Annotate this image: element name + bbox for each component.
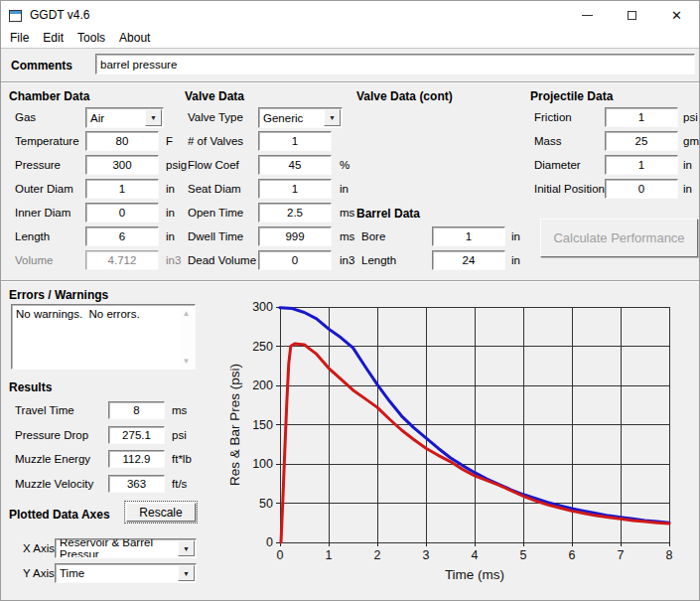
minimize-icon[interactable] [565, 1, 610, 29]
comments-label: Comments [11, 59, 72, 73]
svg-text:8: 8 [666, 548, 673, 562]
menu-tools[interactable]: Tools [70, 29, 112, 48]
friction-unit: psi [683, 111, 698, 123]
close-icon[interactable]: ✕ [654, 1, 699, 29]
flow-coef-input[interactable]: 45 [258, 155, 332, 175]
open-time-input[interactable]: 2.5 [258, 203, 332, 223]
menu-edit[interactable]: Edit [36, 29, 70, 48]
y-axis-label: Y Axis [23, 567, 55, 579]
temperature-unit: F [166, 135, 173, 147]
svg-text:5: 5 [520, 548, 527, 562]
dead-volume-value: 0 [259, 251, 331, 269]
length-value: 24 [433, 251, 504, 269]
muzzle-velocity-label: Muzzle Velocity [15, 478, 93, 490]
svg-text:0: 0 [266, 535, 273, 549]
inner-diam-value: 0 [86, 204, 158, 222]
svg-text:6: 6 [569, 548, 576, 562]
dead-volume-input[interactable]: 0 [258, 250, 332, 270]
dwell-time-unit: ms [340, 230, 354, 242]
muzzle-energy-input[interactable]: 112.9 [108, 450, 165, 468]
rescale-button[interactable]: Rescale [124, 501, 198, 524]
seat-diam-input[interactable]: 1 [258, 179, 332, 199]
dwell-time-input[interactable]: 999 [258, 226, 332, 246]
muzzle-velocity-input[interactable]: 363 [108, 475, 165, 493]
dwell-time-value: 999 [259, 227, 331, 245]
form-icon [9, 9, 23, 22]
open-time-unit: ms [340, 207, 354, 219]
chevron-down-icon[interactable]: ▼ [178, 565, 195, 581]
temperature-input[interactable]: 80 [85, 131, 159, 151]
svg-text:2: 2 [374, 548, 381, 562]
bore-input[interactable]: 1 [432, 226, 505, 246]
pressure-drop-label: Pressure Drop [15, 429, 88, 441]
svg-text:Res & Bar Pres (psi): Res & Bar Pres (psi) [227, 364, 242, 486]
chevron-down-icon[interactable]: ▼ [324, 109, 341, 126]
of-valves-input[interactable]: 1 [258, 131, 332, 151]
bore-label: Bore [361, 230, 385, 242]
inner-diam-input[interactable]: 0 [85, 203, 159, 223]
valve-data-cont-header: Valve Data (cont) [356, 89, 453, 103]
pressure-input[interactable]: 300 [85, 155, 159, 175]
scroll-up-icon[interactable]: ▲ [179, 306, 194, 320]
dwell-time-label: Dwell Time [188, 230, 243, 242]
length-unit: in [511, 254, 520, 266]
pressure-drop-input[interactable]: 275.1 [108, 426, 165, 444]
comments-input[interactable]: barrel pressure [95, 54, 695, 75]
diameter-label: Diameter [534, 159, 581, 171]
svg-text:300: 300 [252, 300, 273, 314]
calculate-performance-button[interactable]: Calculate Performance [540, 219, 698, 257]
gas-combo[interactable]: Air▼ [85, 107, 164, 128]
open-time-value: 2.5 [259, 204, 331, 222]
travel-time-input[interactable]: 8 [108, 401, 165, 419]
length-label: Length [15, 230, 50, 242]
inner-diam-unit: in [166, 207, 175, 219]
gas-label: Gas [15, 111, 36, 123]
outer-diam-input[interactable]: 1 [85, 179, 159, 199]
x-axis-combo[interactable]: Reservoir & Barrel Pressur ▼ [55, 538, 197, 558]
errors-scrollbar[interactable]: ▲ ▼ [179, 306, 194, 368]
volume-input[interactable]: 4.712 [85, 250, 159, 270]
pressure-drop-value: 275.1 [109, 427, 164, 443]
plotted-data-axes-header: Plotted Data Axes [9, 508, 110, 522]
initial-position-value: 0 [606, 180, 677, 198]
menu-file[interactable]: File [10, 29, 36, 48]
mass-input[interactable]: 25 [605, 131, 678, 151]
y-axis-combo[interactable]: Time ▼ [55, 563, 197, 583]
friction-value: 1 [606, 108, 677, 126]
errors-warnings-box[interactable]: No warnings. No errors. ▲ ▼ [11, 304, 196, 370]
seat-diam-unit: in [340, 183, 349, 195]
svg-text:200: 200 [252, 378, 273, 392]
friction-label: Friction [534, 111, 572, 123]
svg-text:1: 1 [326, 548, 333, 562]
window-title: GGDT v4.6 [30, 8, 89, 22]
muzzle-velocity-unit: ft/s [172, 478, 187, 490]
scroll-down-icon[interactable]: ▼ [179, 354, 194, 368]
pressure-time-chart: 012345678050100150200250300Time (ms)Res … [227, 287, 700, 601]
length-input[interactable]: 24 [432, 250, 505, 270]
initial-position-input[interactable]: 0 [605, 179, 678, 199]
chamber-data-header: Chamber Data [9, 89, 89, 103]
volume-unit: in3 [166, 254, 181, 266]
open-time-label: Open Time [188, 207, 243, 219]
friction-input[interactable]: 1 [605, 107, 678, 127]
mass-label: Mass [534, 135, 561, 147]
valve-type-label: Valve Type [188, 111, 243, 123]
titlebar: GGDT v4.6 ✕ [1, 1, 699, 29]
menu-about[interactable]: About [112, 29, 157, 48]
mass-value: 25 [606, 132, 677, 150]
length-input[interactable]: 6 [85, 226, 159, 246]
initial-position-label: Initial Position [534, 183, 605, 195]
maximize-icon[interactable] [610, 1, 654, 29]
flow-coef-unit: % [340, 159, 350, 171]
app-window: GGDT v4.6 ✕ File Edit Tools About Commen… [0, 0, 700, 601]
muzzle-energy-unit: ft*lb [172, 453, 192, 465]
pressure-unit: psig [166, 159, 187, 171]
valve-data-header: Valve Data [185, 89, 244, 103]
chevron-down-icon[interactable]: ▼ [178, 540, 195, 556]
diameter-input[interactable]: 1 [605, 155, 678, 175]
valve-type-combo[interactable]: Generic▼ [258, 107, 343, 128]
svg-text:3: 3 [423, 548, 430, 562]
svg-text:100: 100 [252, 457, 273, 471]
chevron-down-icon[interactable]: ▼ [145, 109, 162, 126]
pressure-label: Pressure [15, 159, 61, 171]
